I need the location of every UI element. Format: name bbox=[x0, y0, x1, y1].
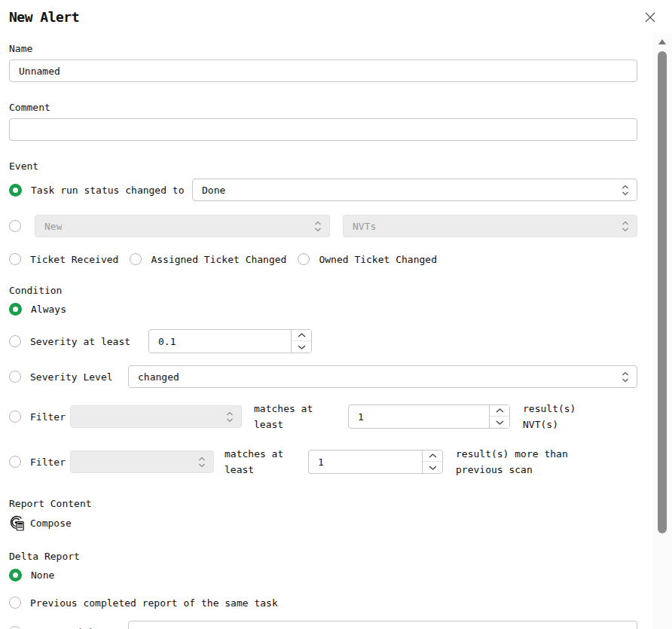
chevron-up-icon bbox=[429, 453, 437, 458]
comment-label: Comment bbox=[9, 102, 637, 114]
owned-ticket-changed-radio[interactable] bbox=[298, 253, 310, 265]
delta-previous-row: Previous completed report of the same ta… bbox=[9, 597, 637, 609]
chevron-updown-icon bbox=[622, 221, 629, 232]
severity-level-radio[interactable] bbox=[9, 371, 21, 383]
always-label: Always bbox=[31, 304, 66, 315]
chevron-updown-icon bbox=[622, 185, 629, 196]
chevron-down-icon bbox=[298, 345, 306, 350]
secinfo-type-select[interactable]: NVTs bbox=[343, 215, 637, 237]
filter1-matches-text: matches at least bbox=[254, 401, 348, 432]
spinner-down-button[interactable] bbox=[292, 341, 311, 353]
filter2-select[interactable] bbox=[70, 450, 214, 473]
condition-always-row: Always bbox=[9, 303, 637, 316]
delta-previous-label: Previous completed report of the same ta… bbox=[30, 597, 278, 609]
assigned-ticket-changed-label: Assigned Ticket Changed bbox=[151, 254, 286, 265]
scrollbar-thumb[interactable] bbox=[658, 51, 667, 533]
delta-previous-radio[interactable] bbox=[9, 597, 21, 609]
filter2-label: Filter bbox=[30, 456, 70, 468]
delta-report-id-input[interactable] bbox=[128, 621, 637, 629]
comment-field-group: Comment bbox=[9, 102, 637, 141]
dialog-header: New Alert bbox=[9, 9, 637, 27]
filter2-count-field bbox=[308, 450, 443, 474]
event-section: Event Task run status changed to Done Ne… bbox=[9, 160, 637, 265]
spinner-down-button[interactable] bbox=[490, 417, 509, 428]
always-radio[interactable] bbox=[9, 303, 22, 316]
delta-report-id-radio[interactable] bbox=[9, 626, 21, 629]
filter2-matches-text: matches at least bbox=[225, 446, 308, 478]
filter1-select[interactable] bbox=[70, 405, 242, 428]
filter2-radio[interactable] bbox=[9, 456, 21, 468]
secinfo-status-select-value: New bbox=[44, 221, 62, 232]
severity-value-field bbox=[148, 329, 312, 353]
condition-severity-row: Severity at least bbox=[9, 329, 637, 353]
condition-section: Condition Always Severity at least Sever… bbox=[9, 285, 637, 478]
secinfo-event-radio[interactable] bbox=[9, 220, 21, 232]
dialog-title: New Alert bbox=[9, 9, 79, 25]
chevron-up-icon bbox=[496, 408, 504, 413]
owned-ticket-changed-option: Owned Ticket Changed bbox=[298, 253, 437, 265]
delta-none-label: None bbox=[31, 569, 54, 581]
assigned-ticket-changed-option: Assigned Ticket Changed bbox=[130, 253, 286, 265]
scrollbar[interactable] bbox=[652, 33, 672, 629]
compose-icon bbox=[9, 515, 25, 531]
chevron-updown-icon bbox=[314, 221, 322, 232]
severity-level-select[interactable]: changed bbox=[128, 365, 637, 388]
event-secinfo-row: New NVTs bbox=[9, 215, 637, 237]
owned-ticket-changed-label: Owned Ticket Changed bbox=[319, 254, 437, 265]
delta-report-id-row: Report with ID bbox=[9, 621, 637, 629]
filter2-count-input[interactable] bbox=[309, 450, 422, 473]
filter2-suffix-text: result(s) more than previous scan bbox=[456, 446, 568, 478]
delta-report-id-label: Report with ID bbox=[30, 627, 119, 629]
chevron-updown-icon bbox=[198, 456, 206, 468]
filter1-spinner bbox=[489, 405, 509, 428]
compose-button[interactable]: Compose bbox=[9, 515, 637, 531]
name-label: Name bbox=[9, 43, 637, 55]
compose-label: Compose bbox=[30, 518, 72, 529]
filter1-radio[interactable] bbox=[9, 411, 21, 423]
severity-spinner bbox=[291, 330, 311, 353]
severity-at-least-label: Severity at least bbox=[30, 336, 139, 347]
filter2-spinner bbox=[422, 450, 442, 473]
ticket-received-label: Ticket Received bbox=[30, 254, 118, 265]
name-input[interactable] bbox=[9, 60, 637, 82]
condition-section-label: Condition bbox=[9, 285, 637, 297]
chevron-updown-icon bbox=[226, 411, 234, 423]
condition-severity-level-row: Severity Level changed bbox=[9, 365, 637, 388]
delta-none-row: None bbox=[9, 569, 637, 582]
comment-input[interactable] bbox=[9, 118, 637, 141]
task-run-status-radio[interactable] bbox=[9, 184, 22, 197]
severity-level-label: Severity Level bbox=[30, 371, 119, 383]
report-content-label: Report Content bbox=[9, 498, 637, 510]
ticket-received-option: Ticket Received bbox=[9, 253, 118, 265]
filter1-label: Filter bbox=[30, 411, 70, 423]
filter1-suffix-text: result(s) NVT(s) bbox=[523, 401, 576, 432]
spinner-up-button[interactable] bbox=[423, 450, 442, 462]
delta-report-section: Delta Report None Previous completed rep… bbox=[9, 551, 637, 629]
severity-level-select-value: changed bbox=[138, 371, 179, 383]
new-alert-dialog: New Alert Name Comment Event Task run st… bbox=[0, 0, 672, 629]
filter1-count-field bbox=[348, 405, 510, 429]
task-run-status-label: Task run status changed to bbox=[31, 185, 192, 196]
condition-filter-row-1: Filter matches at least result(s) NVT(s) bbox=[9, 400, 637, 433]
severity-at-least-radio[interactable] bbox=[9, 335, 21, 347]
condition-filter-row-2: Filter matches at least result(s) more t… bbox=[9, 445, 637, 478]
chevron-updown-icon bbox=[622, 371, 629, 383]
delta-none-radio[interactable] bbox=[9, 569, 22, 582]
close-icon bbox=[644, 11, 656, 23]
spinner-up-button[interactable] bbox=[292, 330, 311, 341]
task-status-select[interactable]: Done bbox=[192, 179, 637, 201]
report-content-section: Report Content Compose bbox=[9, 498, 637, 531]
assigned-ticket-changed-radio[interactable] bbox=[130, 253, 142, 265]
secinfo-status-select[interactable]: New bbox=[35, 215, 330, 237]
chevron-down-icon bbox=[496, 420, 504, 425]
task-status-select-value: Done bbox=[202, 185, 225, 196]
scrollbar-up-arrow-icon[interactable] bbox=[658, 39, 666, 44]
chevron-up-icon bbox=[298, 333, 306, 337]
severity-value-input[interactable] bbox=[149, 330, 291, 353]
close-button[interactable] bbox=[643, 11, 657, 24]
delta-report-label: Delta Report bbox=[9, 551, 637, 563]
ticket-received-radio[interactable] bbox=[9, 253, 21, 265]
spinner-up-button[interactable] bbox=[490, 405, 509, 417]
filter1-count-input[interactable] bbox=[349, 405, 489, 428]
spinner-down-button[interactable] bbox=[423, 462, 442, 473]
